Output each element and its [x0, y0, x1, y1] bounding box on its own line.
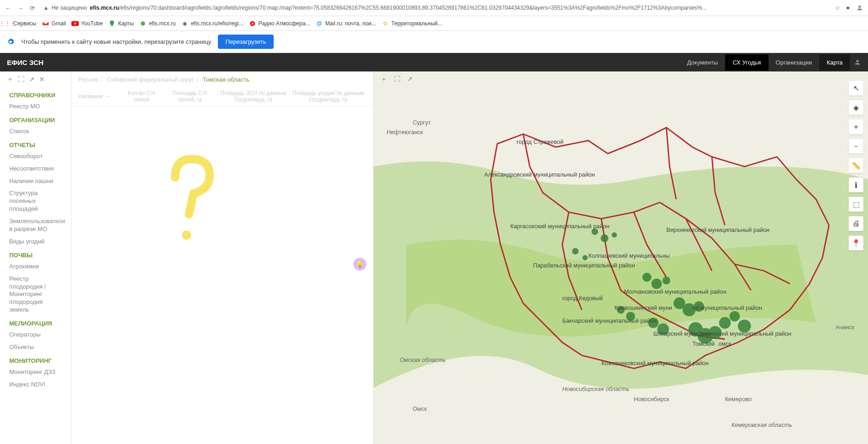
external-icon[interactable]: ↗ [29, 76, 35, 83]
nav-map[interactable]: Карта [819, 54, 850, 71]
add-panel-icon[interactable]: ＋ [381, 75, 387, 83]
bookmark-services[interactable]: ⋮⋮⋮Сервисы [4, 20, 36, 27]
map-panel[interactable]: ＋ ⛶ ↗ ↖ ◈ ＋ － 📏 ℹ ⬚ 🖨 📍 [374, 71, 868, 444]
zoom-in-icon[interactable]: ＋ [849, 119, 863, 134]
bookmark-star-icon[interactable]: ☆ [835, 5, 840, 12]
browser-navigation-bar: ← → ⟳ ▲ Не защищено efis.mcx.ru/efis/reg… [0, 0, 868, 16]
site-settings-infobar: Чтобы применить к сайту новые настройки,… [0, 31, 868, 53]
svg-text:Кемерово: Кемерово [725, 396, 751, 403]
cursor-tool-icon[interactable]: ↖ [849, 81, 863, 95]
maps-icon [108, 20, 116, 27]
column-area[interactable]: Площадь С/Х полей, га [164, 90, 217, 103]
column-count[interactable]: Кол-во С/Х полей [120, 90, 164, 103]
zoom-out-icon[interactable]: － [849, 139, 863, 154]
sidebar-item-structure[interactable]: Структура посевных площадей [0, 187, 71, 215]
extensions-icon[interactable]: ✦ [843, 3, 852, 12]
bookmark-efis2[interactable]: ◉efis.mcx.ru/efis/regi... [181, 20, 243, 27]
print-tool-icon[interactable]: 🖨 [849, 216, 863, 231]
section-melioration: МЕЛИОРАЦИЯ [0, 316, 71, 329]
bookmark-gmail[interactable]: Gmail [42, 20, 66, 27]
svg-text:Колпашевский муниципальны: Колпашевский муниципальны [588, 253, 670, 259]
map-canvas[interactable]: Сургут Нефтеюганск Омск Новосибирск Кеме… [374, 71, 868, 444]
sidebar-item-registry-mo[interactable]: Реестр МО [0, 101, 71, 113]
mailru-icon: @ [316, 20, 323, 27]
column-name[interactable]: Название⋯ [78, 90, 120, 103]
info-tool-icon[interactable]: ℹ [849, 178, 863, 192]
bookmark-territory[interactable]: ♔Территориальный... [381, 20, 442, 27]
bookmark-mailru[interactable]: @Mail.ru: почта, пои... [316, 20, 376, 27]
bookmark-maps[interactable]: Карты [108, 20, 134, 27]
section-monitoring: МОНИТОРИНГ [0, 354, 71, 366]
svg-text:город Стрежевой: город Стрежевой [517, 139, 563, 145]
sidebar-item-rotation[interactable]: Севооборот [0, 150, 71, 163]
eagle-icon: ♔ [381, 20, 389, 27]
more-icon[interactable]: ⋯ [106, 93, 111, 100]
layers-tool-icon[interactable]: ◈ [849, 100, 863, 115]
sidebar-item-mismatch[interactable]: Несоответствия [0, 163, 71, 175]
section-soils: ПОЧВЫ [0, 248, 71, 260]
sidebar-item-agrochem[interactable]: Агрохимия [0, 260, 71, 273]
svg-point-8 [612, 232, 617, 237]
address-bar[interactable]: ▲ Не защищено efis.mcx.ru/efis/regions/7… [40, 5, 832, 11]
youtube-icon [71, 20, 79, 27]
bookmark-radio[interactable]: Радио Атмосфера... [249, 20, 310, 27]
section-reports: ОТЧЕТЫ [0, 138, 71, 150]
section-references: СПРАВОЧНИКИ [0, 88, 71, 101]
forward-button[interactable]: → [16, 3, 25, 12]
sidebar-item-arable[interactable]: Наличие пашни [0, 175, 71, 188]
bookmark-youtube[interactable]: YouTube [71, 20, 103, 27]
svg-point-7 [601, 234, 609, 242]
sidebar-item-list[interactable]: Список [0, 125, 71, 138]
radio-icon [249, 20, 256, 27]
sidebar: ＋ ⛶ ↗ ✕ СПРАВОЧНИКИ Реестр МО ОРГАНИЗАЦИ… [0, 71, 71, 444]
back-button[interactable]: ← [4, 3, 13, 12]
sidebar-item-objects[interactable]: Объекты [0, 341, 71, 354]
bookmarks-bar: ⋮⋮⋮Сервисы Gmail YouTube Карты ⬢efis.mcx… [0, 16, 868, 31]
svg-point-25 [572, 248, 579, 255]
svg-point-26 [582, 255, 587, 260]
svg-text:Нефтеюганск: Нефтеюганск [387, 129, 423, 136]
draw-tool-icon[interactable]: ⬚ [849, 197, 863, 212]
sidebar-item-ndvi[interactable]: Индекс NDVI [0, 379, 71, 391]
nav-documents[interactable]: Документы [680, 54, 725, 71]
table-header: Название⋯ Кол-во С/Х полей Площадь С/Х п… [71, 88, 373, 106]
reload-button[interactable]: ⟳ [28, 3, 37, 12]
sidebar-item-landusers[interactable]: Землепользователи в разрезе МО [0, 215, 71, 236]
help-badge[interactable]: 💡 [353, 258, 366, 271]
svg-text:город Кедовый: город Кедовый [562, 295, 603, 302]
sidebar-item-landtypes[interactable]: Виды угодий [0, 236, 71, 248]
sidebar-item-fertility[interactable]: Реестр плодородия / Мониторинг плодороди… [0, 273, 71, 316]
site-icon: ⬢ [139, 20, 147, 27]
add-panel-icon[interactable]: ＋ [7, 75, 13, 83]
sidebar-item-operators[interactable]: Операторы [0, 329, 71, 341]
ruler-tool-icon[interactable]: 📏 [849, 158, 863, 173]
svg-text:Каргасокский муниципальный рай: Каргасокский муниципальный район [510, 223, 609, 230]
breadcrumb-tomsk: Томская область [203, 76, 250, 83]
svg-text:Новосибирск: Новосибирск [634, 396, 669, 403]
reload-page-button[interactable]: Перезагрузить [218, 35, 273, 49]
bookmark-efis1[interactable]: ⬢efis.mcx.ru [139, 20, 176, 27]
svg-text:Верхнекетский муниципальный ра: Верхнекетский муниципальный район [666, 227, 769, 233]
svg-point-18 [719, 317, 731, 328]
svg-point-10 [651, 278, 662, 289]
column-zsn[interactable]: Площадь ЗСН по данным Госдоклада, га [217, 90, 290, 103]
expand-icon[interactable]: ⛶ [394, 75, 400, 83]
gear-icon [7, 38, 14, 46]
nav-lands[interactable]: СХ Угодья [725, 54, 768, 71]
column-lands[interactable]: Площадь угодий по данным Госдоклада, га [290, 90, 366, 103]
breadcrumb-russia[interactable]: Россия [78, 76, 98, 83]
external-icon[interactable]: ↗ [407, 75, 413, 83]
nav-organizations[interactable]: Организации [768, 54, 820, 71]
svg-text:Омская область: Омская область [399, 357, 446, 363]
breadcrumb-siberia[interactable]: Сибирский федеральный округ [107, 76, 194, 83]
locate-tool-icon[interactable]: 📍 [849, 236, 863, 250]
infobar-text: Чтобы применить к сайту новые настройки,… [21, 38, 211, 45]
svg-text:Парабельский муниципальный рай: Парабельский муниципальный район [533, 262, 635, 269]
data-panel: Россия/ Сибирский федеральный округ/ Том… [71, 71, 374, 444]
sidebar-item-dzz[interactable]: Мониторинг ДЗЗ [0, 366, 71, 379]
close-icon[interactable]: ✕ [39, 76, 45, 83]
expand-icon[interactable]: ⛶ [18, 76, 24, 83]
svg-text:Молчановский муниципальный рай: Молчановский муниципальный район [624, 289, 727, 295]
user-icon[interactable] [854, 59, 861, 66]
profile-icon[interactable] [855, 3, 864, 12]
